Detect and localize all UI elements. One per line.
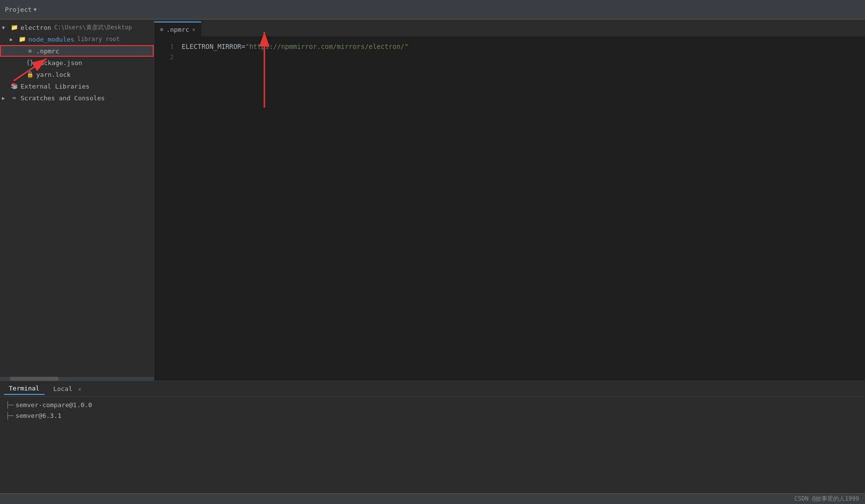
sidebar-item-external-libraries[interactable]: 📚 External Libraries [0,80,154,92]
yarn-file-icon: 🔒 [25,70,34,78]
sidebar: ▼ 📁 electron C:\Users\黄彦武\Desktop ▶ 📁 no… [0,20,154,381]
code-editor[interactable]: ELECTRON_MIRROR="https://npmmirror.com/m… [178,37,865,381]
editor-area: ≡ .npmrc ✕ 1 2 ELECTRON_MIRROR="https://… [154,20,865,381]
expand-arrow-node-icon: ▶ [10,37,18,42]
tab-label: .npmrc [166,26,189,33]
expand-arrow-scratch-icon: ▶ [2,95,10,101]
terminal-line-1: ├─ semver-compare@1.0.0 [6,400,859,411]
bottom-panel: Terminal Local ✕ ├─ semver-compare@1.0.0… [0,381,865,493]
electron-path: C:\Users\黄彦武\Desktop [54,23,132,32]
status-text: CSDN @故事里的人1999 [795,495,859,503]
terminal-tab-label: Terminal [9,385,40,392]
bottom-tab-bar: Terminal Local ✕ [0,381,865,397]
sidebar-item-scratches[interactable]: ▶ ≔ Scratches and Consoles [0,92,154,104]
prompt-char-2: ├─ [6,411,14,421]
tab-close-button[interactable]: ✕ [192,26,196,33]
local-tab-close-icon[interactable]: ✕ [78,386,82,392]
folder-icon: 📁 [10,23,19,31]
folder-node-icon: 📁 [18,35,26,43]
terminal-line-2: ├─ semver@6.3.1 [6,411,859,421]
scratches-label: Scratches and Consoles [21,94,105,102]
terminal-content[interactable]: ├─ semver-compare@1.0.0 ├─ semver@6.3.1 [0,397,865,493]
yarn-lock-label: yarn.lock [36,71,70,78]
library-icon: 📚 [10,82,19,90]
terminal-text-2: semver@6.3.1 [16,411,62,421]
project-chevron-icon: ▼ [34,7,37,12]
expand-arrow-icon: ▼ [2,25,10,30]
line-number-1: 1 [154,41,174,52]
line-number-2: 2 [154,52,174,63]
npmrc-file-icon: ≡ [25,47,34,55]
editor-tab-npmrc[interactable]: ≡ .npmrc ✕ [154,22,201,36]
sidebar-item-yarn-lock[interactable]: 🔒 yarn.lock [0,69,154,80]
status-bar: CSDN @故事里的人1999 [0,493,865,504]
terminal-tab[interactable]: Terminal [4,383,45,395]
external-libraries-label: External Libraries [21,83,90,90]
terminal-text-1: semver-compare@1.0.0 [16,400,93,411]
sidebar-item-npmrc[interactable]: ≡ .npmrc [0,45,154,57]
prompt-char-1: ├─ [6,400,14,411]
npmrc-label: .npmrc [36,47,59,55]
sidebar-item-electron[interactable]: ▼ 📁 electron C:\Users\黄彦武\Desktop [0,22,154,33]
local-tab[interactable]: Local ✕ [48,383,87,394]
code-line-1: ELECTRON_MIRROR="https://npmmirror.com/m… [182,41,865,52]
json-file-icon: {} [25,59,34,67]
node-modules-label: node_modules [28,36,74,43]
sidebar-item-package-json[interactable]: {} package.json [0,57,154,69]
editor-content[interactable]: 1 2 ELECTRON_MIRROR="https://npmmirror.c… [154,37,865,381]
sidebar-scrollbar-thumb[interactable] [10,377,59,381]
project-label: Project [5,6,32,13]
project-title[interactable]: Project ▼ [5,6,37,13]
node-modules-sublabel: library root [77,36,120,43]
tab-file-icon: ≡ [160,26,164,33]
package-json-label: package.json [36,59,82,67]
line-numbers: 1 2 [154,37,178,381]
file-tree: ▼ 📁 electron C:\Users\黄彦武\Desktop ▶ 📁 no… [0,20,154,377]
sidebar-item-node-modules[interactable]: ▶ 📁 node_modules library root [0,33,154,45]
sidebar-scrollbar[interactable] [0,377,154,381]
editor-tab-bar: ≡ .npmrc ✕ [154,20,865,37]
electron-label: electron [21,24,51,31]
local-tab-label: Local [53,385,72,392]
scratch-icon: ≔ [10,94,19,102]
